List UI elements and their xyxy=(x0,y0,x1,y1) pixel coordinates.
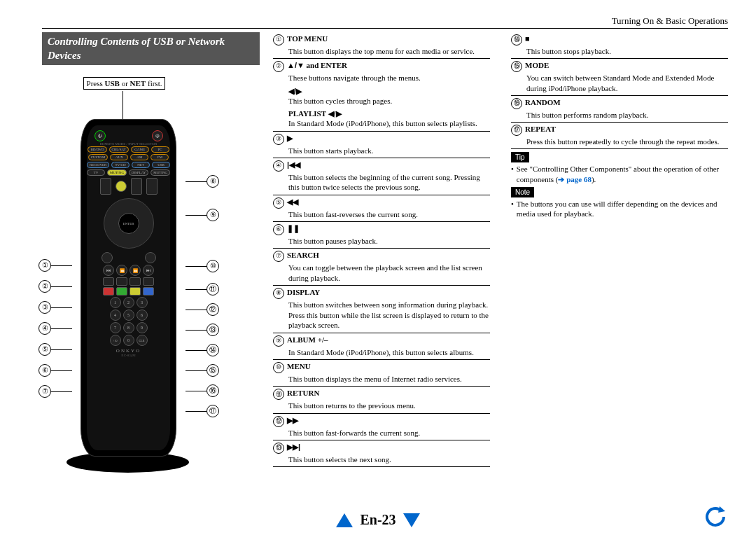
callouts-right: ⑧ ⑨ ⑩ ⑪ ⑫ ⑬ ⑭ ⑮ ⑯ ⑰ xyxy=(186,175,219,425)
enter-button: ENTER xyxy=(118,213,139,234)
description-column-2: ⑭■This button stops playback. ⑮MODEYou c… xyxy=(511,32,728,219)
setup-btn xyxy=(102,252,113,263)
brand-logo: ONKYO xyxy=(116,348,141,354)
dpad: ENTER xyxy=(104,198,154,249)
ch-rocker xyxy=(131,178,142,195)
rewind-icon: ◀◀ xyxy=(287,197,298,207)
power-receiver-icon: ⏻ xyxy=(94,130,106,141)
fast-forward-icon: ▶▶ xyxy=(287,415,298,425)
page: Turning On & Basic Operations Controllin… xyxy=(0,0,756,535)
header-chapter: Turning On & Basic Operations xyxy=(612,15,728,27)
return-btn xyxy=(145,252,156,263)
play-icon: ▶ xyxy=(287,133,293,143)
description-column-1: ①TOP MENUThis button displays the top me… xyxy=(273,32,490,467)
blue-button xyxy=(143,287,154,296)
skip-prev-icon: |◀◀ xyxy=(287,160,300,169)
pause-icon: ❚❚ xyxy=(287,223,300,233)
yellow-button xyxy=(130,287,141,296)
model-number: RC-834M xyxy=(121,354,135,357)
instruction-callout: Press USB or NET first. xyxy=(77,77,172,90)
skip-next-icon: ▶▶| xyxy=(287,442,300,452)
note-label: Note xyxy=(511,187,534,197)
page-footer: En-23 xyxy=(0,512,756,528)
btn-bddvd: BD/DVD xyxy=(88,146,106,153)
go-back-icon[interactable] xyxy=(703,504,728,529)
red-button xyxy=(103,287,114,296)
vol-rocker xyxy=(100,178,111,195)
callouts-left: ① ② ③ ④ ⑤ ⑥ ⑦ xyxy=(38,259,72,406)
green-button xyxy=(116,287,127,296)
header-rule xyxy=(42,28,728,29)
note-text: •The buttons you can use will differ dep… xyxy=(511,199,728,219)
section-title: Controlling Contents of USB or Network D… xyxy=(42,32,260,65)
next-page-icon[interactable] xyxy=(403,513,420,527)
source-btn xyxy=(115,181,127,192)
page-link[interactable]: ➔ page 68 xyxy=(558,175,592,183)
stop-icon: ■ xyxy=(525,34,530,43)
tip-text: •See "Controlling Other Components" abou… xyxy=(511,164,728,184)
power-source-icon: ⏻ xyxy=(152,130,163,141)
page-number: En-23 xyxy=(360,512,396,528)
remote-control: ⏻⏻ REMOTE MODE / INPUT SELECTOR BD/DVDCB… xyxy=(80,119,176,457)
prev-page-icon[interactable] xyxy=(336,513,353,527)
tip-label: Tip xyxy=(511,152,529,162)
album-rocker xyxy=(146,178,158,195)
